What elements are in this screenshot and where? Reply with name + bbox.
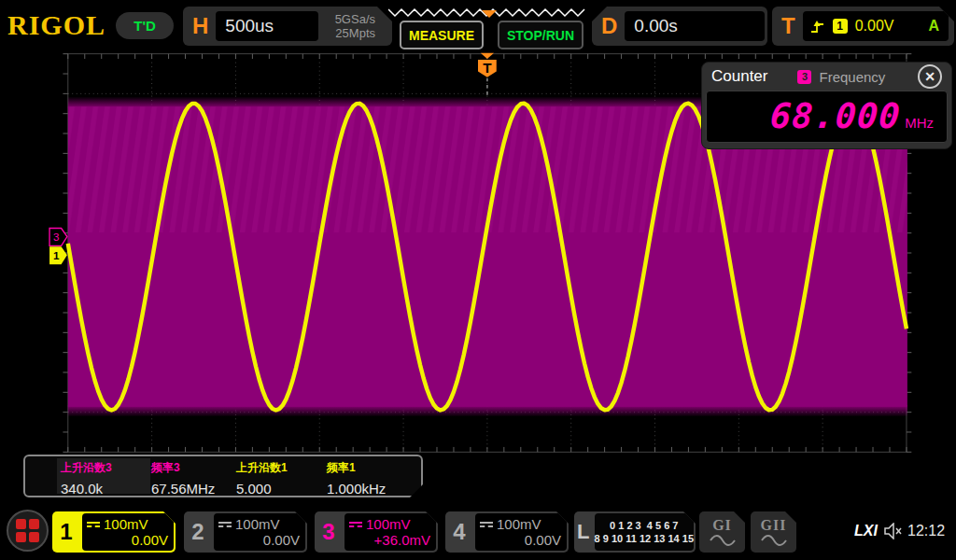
channel4-box[interactable]: 4 100mV 0.00V [445, 511, 569, 553]
horizontal-panel[interactable]: H 500us 5GSa/s 25Mpts [183, 7, 392, 46]
horizontal-label: H [183, 13, 216, 39]
counter-unit: MHz [905, 115, 934, 131]
measurement-item: 上升沿数3 340.0k [61, 460, 149, 497]
lxi-logo: LXI [854, 523, 878, 539]
channel3-scale: 100mV [366, 516, 411, 532]
clock: 12:12 [907, 523, 945, 539]
timebase-value: 500us [216, 11, 318, 41]
channel2-box[interactable]: 2 100mV 0.00V [184, 511, 307, 553]
channel2-number: 2 [184, 511, 212, 553]
channel1-position-marker[interactable]: 1 [49, 246, 67, 264]
counter-mode-label: Frequency [819, 69, 918, 85]
delay-label: D [592, 13, 625, 39]
generator1-button[interactable]: GI [699, 511, 745, 553]
channel3-position-marker[interactable]: 3 [49, 229, 67, 246]
generator2-button[interactable]: GII [751, 511, 796, 553]
trigger-position-marker[interactable]: T [478, 53, 497, 99]
rising-edge-icon [810, 20, 825, 34]
channel1-number: 1 [52, 511, 80, 553]
channel2-offset: 0.00V [218, 532, 300, 548]
measurement-item: 上升沿数1 5.000 [236, 460, 325, 497]
measurement-item: 频率1 1.000kHz [327, 460, 415, 497]
channel4-offset: 0.00V [480, 532, 561, 548]
trigger-status-badge: T'D [116, 12, 174, 39]
speaker-muted-icon[interactable] [883, 523, 904, 539]
measure-button[interactable]: MEASURE [400, 21, 484, 49]
svg-text:3: 3 [53, 231, 59, 243]
trigger-source-badge: 1 [833, 19, 848, 34]
sine-icon [709, 534, 737, 547]
counter-source-badge: 3 [797, 70, 811, 84]
channel1-offset: 0.00V [87, 532, 168, 548]
dc-coupling-icon [480, 520, 493, 529]
measurement-panel[interactable]: 上升沿数3 340.0k 频率3 67.56MHz 上升沿数1 5.000 频率… [23, 455, 423, 497]
stop-run-button[interactable]: STOP/RUN [498, 21, 583, 49]
channel2-scale: 100mV [235, 516, 280, 532]
logic-analyzer-label: L [574, 511, 593, 553]
trigger-panel[interactable]: T 1 0.00V A [772, 7, 954, 46]
channel3-number: 3 [315, 511, 343, 553]
channel4-scale: 100mV [497, 516, 541, 532]
channel1-box[interactable]: 1 100mV 0.00V [52, 511, 176, 553]
delay-panel[interactable]: D 0.00s [592, 7, 767, 46]
rigol-logo: RIGOL [7, 9, 105, 41]
trigger-label: T [772, 13, 803, 39]
top-bar: RIGOL T'D H 500us 5GSa/s 25Mpts MEASURE … [0, 0, 956, 51]
counter-panel[interactable]: Counter 3 Frequency ✕ 68.000 MHz [701, 62, 952, 149]
dc-coupling-icon [87, 520, 100, 529]
logic-analyzer-box[interactable]: L 0 1 2 3 4 5 6 7 8 9 10 11 12 13 14 15 [574, 511, 696, 553]
acquisition-rates: 5GSa/s 25Mpts [318, 12, 392, 40]
channel3-box[interactable]: 3 100mV +36.0mV [315, 511, 438, 553]
measurement-item: 频率3 67.56MHz [151, 460, 240, 497]
counter-title: Counter [711, 67, 767, 86]
channel1-scale: 100mV [104, 516, 148, 532]
dc-coupling-icon [218, 520, 232, 529]
svg-text:T: T [483, 60, 492, 76]
sine-icon [760, 534, 788, 547]
memory-position-indicator[interactable] [388, 2, 592, 21]
dc-coupling-icon [349, 520, 362, 529]
counter-readout: 68.000 MHz [706, 91, 948, 143]
bottom-bar: 1 100mV 0.00V 2 100mV 0.00V 3 100mV +36.… [0, 504, 956, 560]
channel3-offset: +36.0mV [349, 532, 430, 548]
delay-value: 0.00s [625, 11, 765, 41]
svg-text:1: 1 [53, 249, 60, 261]
trigger-level-value: 0.00V [855, 18, 921, 35]
main-menu-button[interactable] [7, 510, 49, 552]
menu-grid-icon [16, 519, 39, 542]
close-icon[interactable]: ✕ [918, 64, 942, 89]
logic-channel-list: 0 1 2 3 4 5 6 7 8 9 10 11 12 13 14 15 [595, 513, 694, 551]
channel4-number: 4 [445, 511, 473, 553]
trigger-sweep-mode: A [928, 18, 941, 35]
counter-value: 68.000 [768, 91, 902, 142]
